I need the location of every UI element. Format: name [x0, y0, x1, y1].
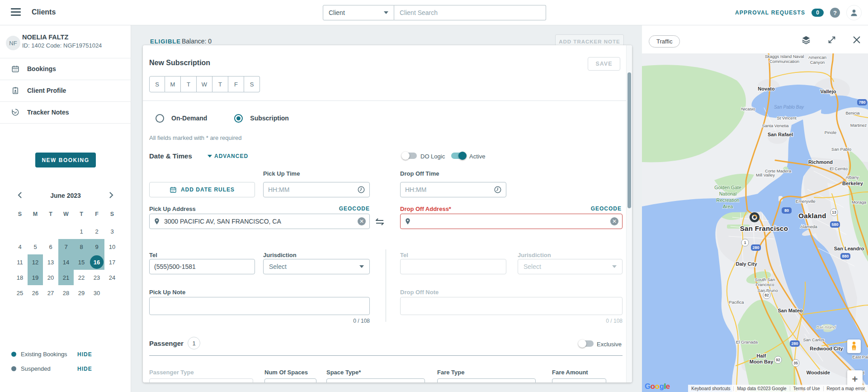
sidebar-item-client-profile[interactable]: Client Profile: [0, 80, 131, 101]
dropoff-jurisdiction-select[interactable]: Select: [518, 259, 623, 274]
menu-icon[interactable]: [11, 8, 21, 16]
form-scrollbar[interactable]: [626, 45, 632, 382]
calendar-day[interactable]: 6: [43, 239, 58, 254]
pickup-note-textarea[interactable]: [149, 297, 370, 315]
passenger-type-select[interactable]: [149, 378, 253, 382]
fare-type-select[interactable]: [437, 378, 536, 382]
calendar-day[interactable]: 4: [12, 239, 28, 254]
dropoff-time-input[interactable]: [400, 182, 506, 197]
swap-addresses-icon[interactable]: [374, 216, 385, 227]
hide-suspended-link[interactable]: HIDE: [77, 366, 92, 372]
terms-of-use-link[interactable]: Terms of Use: [790, 386, 823, 391]
pickup-geocode-link[interactable]: GEOCODE: [279, 206, 370, 212]
subscription-weekday-box[interactable]: M: [165, 76, 181, 92]
calendar-day[interactable]: 24: [104, 270, 120, 285]
dropoff-tel-input[interactable]: [400, 259, 506, 274]
calendar-day[interactable]: 2: [89, 224, 104, 239]
approval-requests-link[interactable]: APPROVAL REQUESTS: [735, 10, 805, 16]
calendar-day[interactable]: 20: [43, 270, 58, 285]
calendar-day[interactable]: 12: [28, 254, 43, 270]
calendar-day[interactable]: 22: [74, 270, 89, 285]
calendar-day[interactable]: 15: [74, 254, 89, 270]
calendar-day[interactable]: 28: [58, 285, 74, 301]
calendar-day[interactable]: 29: [74, 285, 89, 301]
calendar-day[interactable]: 21: [58, 270, 74, 285]
dropoff-tel-label: Tel: [400, 252, 408, 258]
num-of-spaces-input[interactable]: [264, 378, 316, 382]
advanced-toggle[interactable]: ADVANCED: [208, 153, 248, 159]
save-button[interactable]: SAVE: [588, 57, 620, 71]
fare-type-label: Fare Type: [437, 369, 464, 376]
help-icon[interactable]: ?: [830, 8, 840, 18]
calendar-day[interactable]: 17: [104, 254, 120, 270]
clear-pickup-address-icon[interactable]: ✕: [358, 217, 366, 225]
layers-icon[interactable]: [801, 35, 811, 45]
svg-text:1: 1: [744, 240, 746, 245]
calendar-day[interactable]: 3: [104, 224, 120, 239]
sidebar-item-bookings[interactable]: Bookings: [0, 58, 131, 80]
calendar-day[interactable]: 1: [74, 224, 89, 239]
subscription-weekday-box[interactable]: S: [244, 76, 260, 92]
subscription-weekday-box[interactable]: T: [181, 76, 197, 92]
space-type-select[interactable]: [326, 378, 425, 382]
client-search-input[interactable]: [394, 5, 546, 20]
sidebar-item-tracker-notes[interactable]: Tracker Notes: [0, 101, 131, 123]
column-divider: [386, 249, 386, 322]
keyboard-shortcuts-link[interactable]: Keyboard shortcuts: [688, 386, 733, 391]
calendar-day[interactable]: 13: [43, 254, 58, 270]
calendar-weekday: F: [89, 209, 104, 220]
pickup-address-input[interactable]: 3000 PACIFIC AV, SAN FRANCISCO, CA ✕: [149, 214, 370, 229]
passenger-heading: Passenger: [149, 339, 184, 347]
pickup-time-input[interactable]: [263, 182, 370, 197]
fare-amount-input[interactable]: [552, 378, 606, 382]
fullscreen-icon[interactable]: [827, 35, 837, 45]
street-view-pegman[interactable]: [847, 339, 861, 353]
close-icon[interactable]: [852, 35, 862, 45]
add-date-rules-button[interactable]: ADD DATE RULES: [149, 182, 255, 197]
traffic-button[interactable]: Traffic: [649, 35, 680, 48]
calendar-selected-day[interactable]: 16: [90, 255, 104, 269]
calendar-day[interactable]: 8: [74, 239, 89, 254]
chevron-down-icon: [612, 265, 617, 268]
search-type-select[interactable]: Client: [323, 5, 394, 20]
calendar-day[interactable]: 16: [89, 254, 104, 270]
map-canvas[interactable]: Skaggs Island NavalCommunicationAmerican…: [642, 53, 868, 392]
calendar-day[interactable]: 10: [104, 239, 120, 254]
subscription-weekday-box[interactable]: W: [197, 76, 212, 92]
clear-dropoff-address-icon[interactable]: ✕: [610, 217, 618, 225]
calendar-day[interactable]: 27: [43, 285, 58, 301]
calendar-day[interactable]: 14: [58, 254, 74, 270]
calendar-day[interactable]: 25: [12, 285, 28, 301]
subscription-weekday-box[interactable]: T: [212, 76, 228, 92]
calendar-next-icon[interactable]: [108, 191, 115, 199]
pickup-tel-input[interactable]: [149, 259, 255, 274]
dropoff-note-textarea[interactable]: [400, 297, 623, 315]
calendar-day[interactable]: 30: [89, 285, 104, 301]
exclusive-toggle[interactable]: [579, 340, 594, 347]
form-scrollbar-thumb[interactable]: [627, 72, 631, 208]
chevron-down-icon: [359, 265, 364, 268]
user-avatar[interactable]: [846, 5, 862, 20]
calendar-day[interactable]: 7: [58, 239, 74, 254]
calendar-day[interactable]: 26: [28, 285, 43, 301]
approval-requests-badge: 0: [811, 9, 824, 17]
subscription-radio[interactable]: [234, 114, 243, 123]
subscription-weekday-box[interactable]: F: [228, 76, 244, 92]
calendar-day[interactable]: 18: [12, 270, 28, 285]
calendar-day[interactable]: 19: [28, 270, 43, 285]
active-toggle[interactable]: [451, 153, 466, 159]
new-booking-button[interactable]: NEW BOOKING: [35, 153, 96, 167]
hide-existing-bookings-link[interactable]: HIDE: [77, 351, 92, 358]
subscription-weekday-box[interactable]: S: [149, 76, 165, 92]
dropoff-geocode-link[interactable]: GEOCODE: [531, 206, 622, 212]
calendar-day[interactable]: 23: [89, 270, 104, 285]
calendar-day[interactable]: 9: [89, 239, 104, 254]
route-shield-icon: 35: [792, 359, 799, 367]
dropoff-address-input[interactable]: ✕: [400, 214, 623, 229]
on-demand-radio[interactable]: [156, 114, 164, 123]
do-logic-toggle[interactable]: [402, 153, 417, 159]
pickup-jurisdiction-select[interactable]: Select: [263, 259, 370, 274]
calendar-day[interactable]: 11: [12, 254, 28, 270]
report-map-error-link[interactable]: Report a map error: [823, 386, 868, 391]
calendar-day[interactable]: 5: [28, 239, 43, 254]
